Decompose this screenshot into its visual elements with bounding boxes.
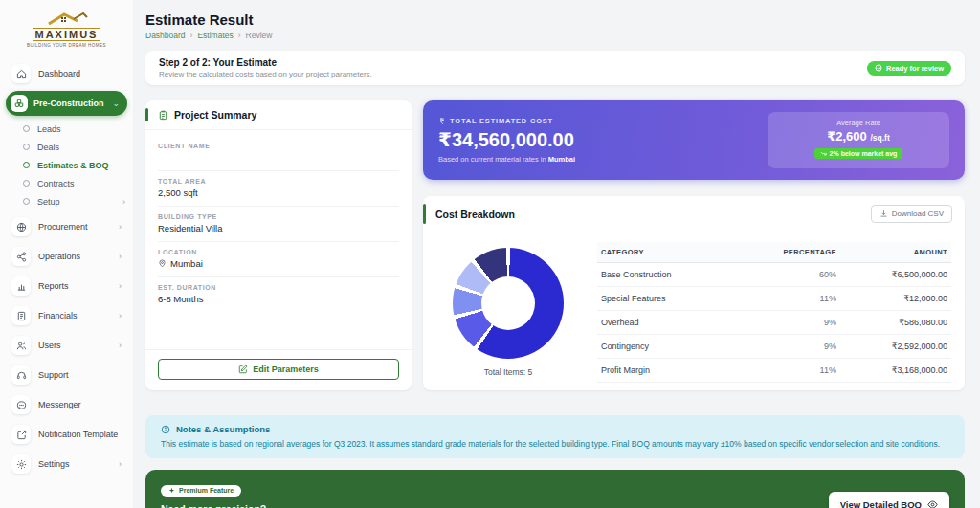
table-row: Special Features11%₹12,000.00 [597,287,951,311]
breadcrumb-review: Review [246,31,273,40]
project-summary-footer: Edit Parameters [145,349,412,390]
chevron-right-icon: › [122,197,125,207]
breadcrumb-separator: › [238,31,241,40]
notes-assumptions-box: Notes & Assumptions This estimate is bas… [145,415,965,458]
notes-body: This estimate is based on regional avera… [161,439,949,450]
sidebar-subitem-estimates-boq[interactable]: Estimates & BOQ [6,156,127,174]
table-row: Base Construction60%₹6,500,000.00 [597,263,951,287]
sidebar-item-label: Financials [38,311,111,320]
rate-amount: ₹2,600 [827,129,867,144]
sidebar-item-label: Settings [38,459,111,469]
average-rate-value: ₹2,600 /sq.ft [783,129,934,144]
sidebar-item-pre-construction[interactable]: Pre-Construction ⌄ [6,91,127,116]
card-title-label: Project Summary [174,109,256,121]
total-cost-banner: TOTAL ESTIMATED COST ₹34,560,000.00 Base… [423,100,965,180]
notes-title-label: Notes & Assumptions [176,424,270,434]
breadcrumb-estimates[interactable]: Estimates [197,31,233,40]
status-badge: Ready for review [867,61,951,76]
sidebar-item-label: Procurement [38,222,111,232]
sidebar-subitem-contracts[interactable]: Contracts [6,174,127,192]
sidebar-item-messenger[interactable]: Messenger [8,391,125,418]
cost-breakdown-table: CATEGORYPERCENTAGEAMOUNT Base Constructi… [597,242,951,383]
table-row: Contingency9%₹2,592,000.00 [597,335,951,359]
average-rate-card: Average Rate ₹2,600 /sq.ft 2% below mark… [768,112,949,168]
logo-tagline: BUILDING YOUR DREAM HOMES [6,43,127,48]
field-label: CLIENT NAME [158,143,399,149]
main-content: Estimate Result Dashboard › Estimates › … [134,0,980,508]
sidebar-item-procurement[interactable]: Procurement › [8,213,125,240]
ledger-icon [11,306,31,325]
chevron-right-icon: › [119,341,122,350]
chevron-right-icon: › [119,459,122,469]
total-cost-label-text: TOTAL ESTIMATED COST [450,117,553,125]
sidebar-item-financials[interactable]: Financials › [8,302,125,329]
sidebar-item-settings[interactable]: Settings › [8,451,125,477]
edit-pencil-icon [238,364,248,374]
project-summary-title: Project Summary [158,109,256,121]
download-icon [880,210,888,218]
breadcrumb-separator: › [190,31,193,40]
premium-title: Need more precision? [161,503,584,508]
breadcrumb-dashboard[interactable]: Dashboard [145,31,186,40]
pre-construction-icon [11,95,28,112]
download-csv-button[interactable]: Download CSV [871,205,952,223]
edit-parameters-label: Edit Parameters [253,364,319,374]
project-summary-body: CLIENT NAME TOTAL AREA 2,500 sqft BUILDI… [145,130,412,349]
table-header-row: CATEGORYPERCENTAGEAMOUNT [597,242,951,263]
category-cell: Overhead [597,311,734,335]
sidebar-item-dashboard[interactable]: Dashboard [8,60,125,87]
percentage-cell: 11% [734,359,840,383]
sidebar-item-label: Users [38,341,111,350]
template-export-icon [11,425,31,444]
premium-feature-badge: Premium Feature [161,485,241,497]
gear-icon [11,454,31,474]
view-detailed-boq-button[interactable]: View Detailed BOQ [829,492,949,508]
sidebar-subitem-deals[interactable]: Deals [6,138,127,156]
sidebar-item-label: Messenger [38,400,122,409]
card-title-label: Cost Breakdown [435,209,515,220]
amount-cell: ₹2,592,000.00 [840,335,951,359]
sidebar-item-label: Dashboard [38,69,122,78]
total-cost-label: TOTAL ESTIMATED COST [438,117,575,125]
column-header: PERCENTAGE [734,242,840,263]
sidebar-item-label: Reports [38,281,111,291]
status-ring-icon [23,144,30,150]
column-header: AMOUNT [840,242,951,263]
home-icon [11,64,31,83]
table-head: CATEGORYPERCENTAGEAMOUNT [597,242,951,263]
donut-hole [481,276,535,330]
amount-cell: ₹586,080.00 [840,311,951,335]
field-client-name: CLIENT NAME [158,136,399,171]
sidebar-item-support[interactable]: Support [8,362,125,388]
step-banner: Step 2 of 2: Your Estimate Review the ca… [145,51,965,85]
chevron-right-icon: › [119,222,122,232]
sidebar-item-operations[interactable]: Operations › [8,243,125,270]
sidebar-subitem-leads[interactable]: Leads [6,120,127,138]
sidebar: MAXIMUS BUILDING YOUR DREAM HOMES Dashbo… [0,0,134,508]
info-icon [161,425,170,434]
sidebar-item-label: Operations [38,252,111,261]
donut-caption: Total Items: 5 [484,367,533,377]
chevron-down-icon: ⌄ [112,99,120,108]
sidebar-subitem-setup[interactable]: Setup › [6,192,127,210]
chevron-right-icon: › [119,281,122,291]
average-rate-label: Average Rate [783,119,934,127]
premium-banner: Premium Feature Need more precision? Con… [145,470,965,508]
sidebar-item-users[interactable]: Users › [8,332,125,359]
field-building-type: BUILDING TYPE Residential Villa [158,207,399,242]
location-value: Mumbai [170,258,203,269]
field-location: LOCATION Mumbai [158,242,399,277]
donut-chart [453,248,564,359]
sidebar-item-reports[interactable]: Reports › [8,273,125,299]
subitem-label: Setup [37,197,115,207]
check-circle-icon [875,64,882,72]
edit-parameters-button[interactable]: Edit Parameters [158,359,399,380]
bar-chart-icon [11,276,31,296]
field-value: Mumbai [158,258,399,269]
field-label: LOCATION [158,249,399,255]
market-comparison-label: 2% below market avg [830,150,898,157]
field-label: BUILDING TYPE [158,213,399,220]
app-logo: MAXIMUS BUILDING YOUR DREAM HOMES [6,8,127,57]
total-cost-block: TOTAL ESTIMATED COST ₹34,560,000.00 Base… [438,117,575,164]
sidebar-item-notification-template[interactable]: Notification Template [8,421,125,448]
